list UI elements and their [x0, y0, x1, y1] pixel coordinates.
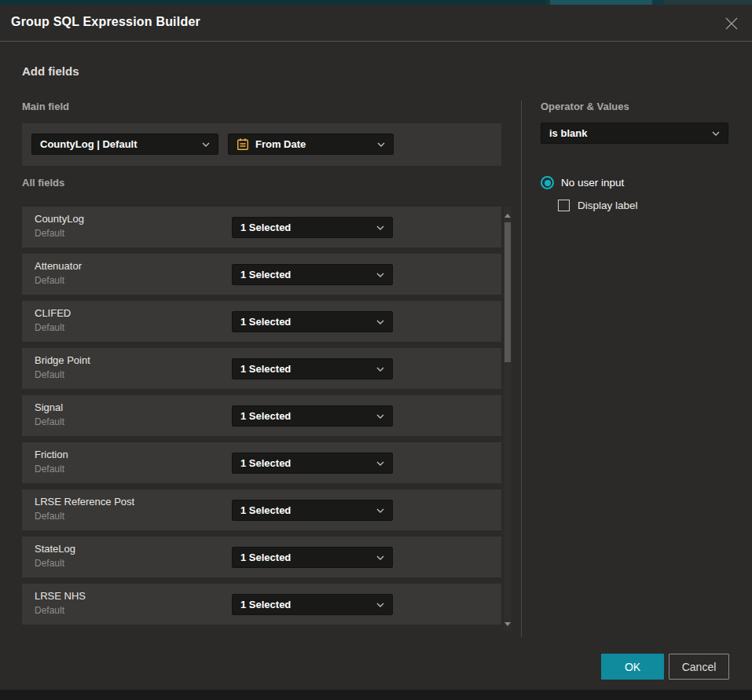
- field-row: Bridge Point Default 1 Selected: [22, 348, 501, 389]
- radio-selected-icon: [541, 176, 554, 189]
- field-row: Friction Default 1 Selected: [22, 442, 501, 483]
- chevron-down-icon: [202, 142, 210, 147]
- field-row: CLIFED Default 1 Selected: [22, 301, 501, 342]
- field-name: Attenuator: [35, 260, 82, 272]
- dialog-title: Group SQL Expression Builder: [11, 15, 200, 29]
- field-selection-select[interactable]: 1 Selected: [232, 500, 393, 521]
- all-fields-scrollbar[interactable]: [504, 207, 512, 631]
- field-name: LRSE NHS: [35, 590, 86, 602]
- field-row: LRSE NHS Default 1 Selected: [22, 584, 501, 625]
- add-fields-heading: Add fields: [22, 64, 79, 78]
- field-selection-value: 1 Selected: [240, 504, 291, 516]
- chevron-down-icon: [376, 603, 384, 607]
- field-variant: Default: [35, 228, 64, 239]
- main-field-select-value: From Date: [255, 138, 306, 150]
- field-variant: Default: [35, 605, 64, 616]
- field-selection-select[interactable]: 1 Selected: [232, 358, 393, 379]
- scroll-down-icon[interactable]: [504, 620, 512, 628]
- field-name: LRSE Reference Post: [35, 496, 134, 508]
- vertical-divider: [521, 101, 522, 637]
- field-selection-value: 1 Selected: [240, 316, 291, 328]
- field-selection-value: 1 Selected: [240, 457, 291, 469]
- field-selection-value: 1 Selected: [240, 363, 291, 375]
- close-button[interactable]: [721, 13, 742, 34]
- field-name: CountyLog: [35, 213, 84, 225]
- dialog-header: Group SQL Expression Builder: [0, 5, 752, 42]
- chevron-down-icon: [376, 414, 384, 419]
- field-selection-value: 1 Selected: [240, 599, 291, 610]
- field-name: Friction: [35, 449, 68, 460]
- chevron-down-icon: [712, 131, 720, 136]
- main-field-label: Main field: [22, 101, 69, 112]
- no-user-input-label: No user input: [561, 177, 624, 189]
- field-variant: Default: [35, 416, 64, 427]
- field-variant: Default: [35, 322, 64, 333]
- chevron-down-icon: [376, 367, 384, 372]
- ok-button[interactable]: OK: [601, 654, 664, 680]
- field-row: Attenuator Default 1 Selected: [22, 254, 501, 295]
- field-selection-select[interactable]: 1 Selected: [232, 453, 393, 474]
- field-selection-select[interactable]: 1 Selected: [232, 405, 393, 427]
- chevron-down-icon: [377, 142, 385, 147]
- field-row: LRSE Reference Post Default 1 Selected: [22, 489, 501, 530]
- calendar-icon: [237, 137, 249, 151]
- chevron-down-icon: [376, 555, 384, 560]
- group-sql-expression-builder-dialog: Group SQL Expression Builder Add fields …: [0, 5, 752, 690]
- operator-values-label: Operator & Values: [541, 101, 629, 112]
- field-name: StateLog: [35, 543, 75, 555]
- screen: Group SQL Expression Builder Add fields …: [0, 0, 752, 700]
- display-label-label: Display label: [578, 200, 638, 211]
- no-user-input-radio[interactable]: No user input: [541, 176, 624, 189]
- field-name: Bridge Point: [35, 354, 90, 366]
- main-field-select[interactable]: From Date: [228, 134, 394, 155]
- layer-select-value: CountyLog | Default: [40, 138, 138, 150]
- field-variant: Default: [35, 369, 64, 380]
- chevron-down-icon: [376, 225, 384, 230]
- field-variant: Default: [35, 511, 64, 522]
- chevron-down-icon: [376, 508, 384, 513]
- field-row: Signal Default 1 Selected: [22, 395, 501, 436]
- field-variant: Default: [35, 558, 64, 569]
- chevron-down-icon: [376, 273, 384, 277]
- display-label-checkbox[interactable]: Display label: [558, 200, 638, 211]
- field-name: Signal: [35, 401, 63, 413]
- operator-select-value: is blank: [549, 127, 587, 139]
- scrollbar-thumb[interactable]: [504, 222, 511, 362]
- field-name: CLIFED: [35, 307, 71, 319]
- field-selection-select[interactable]: 1 Selected: [232, 547, 393, 568]
- field-selection-select[interactable]: 1 Selected: [232, 594, 393, 615]
- checkbox-unchecked-icon: [558, 200, 570, 211]
- field-row: StateLog Default 1 Selected: [22, 537, 501, 577]
- field-selection-select[interactable]: 1 Selected: [232, 311, 393, 332]
- field-variant: Default: [35, 275, 64, 286]
- field-selection-value: 1 Selected: [240, 222, 291, 233]
- field-selection-select[interactable]: 1 Selected: [232, 217, 393, 238]
- field-selection-value: 1 Selected: [240, 269, 291, 280]
- field-row: CountyLog Default 1 Selected: [22, 207, 501, 247]
- cancel-button[interactable]: Cancel: [669, 654, 729, 680]
- layer-select[interactable]: CountyLog | Default: [31, 134, 218, 155]
- chevron-down-icon: [376, 461, 384, 466]
- close-icon: [724, 16, 739, 31]
- field-selection-select[interactable]: 1 Selected: [232, 264, 393, 285]
- scroll-up-icon[interactable]: [504, 211, 512, 219]
- main-field-panel: CountyLog | Default From Date: [22, 123, 501, 166]
- all-fields-label: All fields: [22, 177, 64, 189]
- field-variant: Default: [35, 464, 64, 475]
- field-selection-value: 1 Selected: [240, 410, 291, 422]
- field-selection-value: 1 Selected: [240, 552, 291, 563]
- chevron-down-icon: [376, 320, 384, 324]
- operator-select[interactable]: is blank: [541, 123, 728, 144]
